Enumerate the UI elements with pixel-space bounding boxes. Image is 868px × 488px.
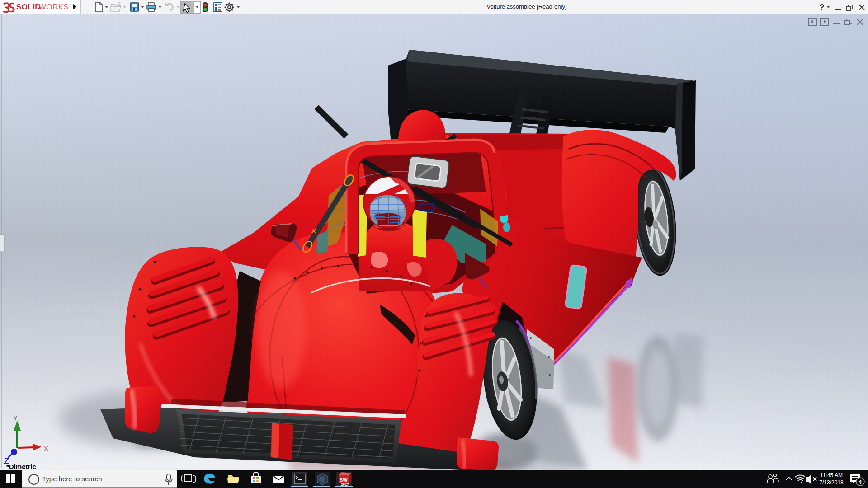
svg-text:SW: SW (340, 477, 348, 483)
svg-text:X: X (44, 445, 48, 452)
svg-text:Y: Y (13, 414, 18, 422)
svg-text:?: ? (819, 2, 825, 12)
svg-text:4: 4 (859, 479, 862, 485)
svg-text:*Dimetric: *Dimetric (6, 463, 36, 470)
